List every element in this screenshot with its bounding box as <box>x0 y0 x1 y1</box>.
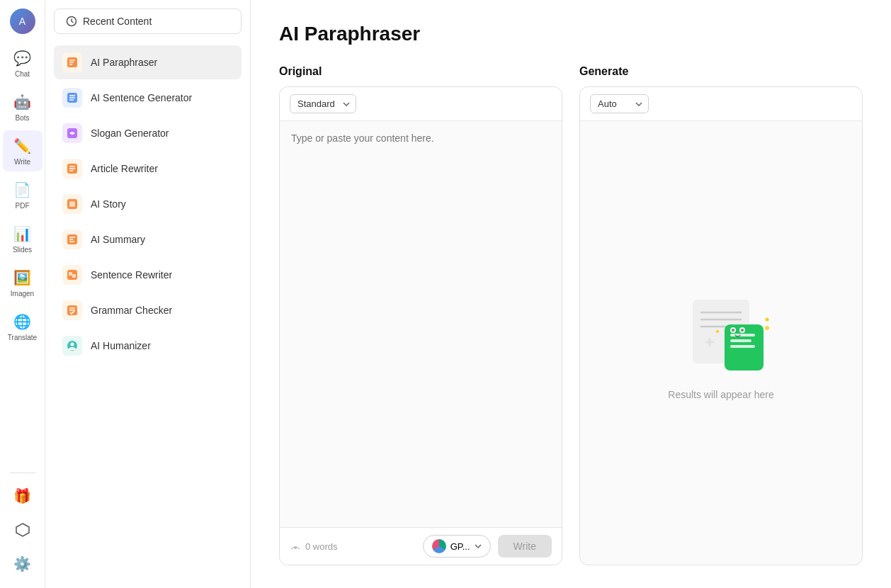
sidebar-item-grammar-checker[interactable]: Grammar Checker <box>54 293 242 327</box>
pdf-label: PDF <box>16 202 30 210</box>
sidebar: Recent Content AI Paraphraser <box>45 0 251 588</box>
ai-story-icon <box>62 194 82 214</box>
ai-paraphraser-label: AI Paraphraser <box>91 57 157 68</box>
content-area: Original Standard Fluency Formal Academi… <box>279 65 863 565</box>
ai-story-label: AI Story <box>91 198 126 210</box>
sidebar-item-translate[interactable]: 🌐 Translate <box>3 306 42 347</box>
svg-rect-25 <box>72 274 76 278</box>
gift-button[interactable]: 🎁 <box>3 480 42 511</box>
original-box: Standard Fluency Formal Academic Simple … <box>279 86 562 565</box>
sidebar-item-slogan-generator[interactable]: Slogan Generator <box>54 116 242 150</box>
style-select[interactable]: Standard Fluency Formal Academic Simple … <box>290 94 356 113</box>
clock-icon <box>66 16 77 27</box>
ai-summary-icon <box>62 230 82 249</box>
slogan-icon <box>62 123 82 143</box>
sidebar-item-ai-paraphraser[interactable]: AI Paraphraser <box>54 45 242 79</box>
icon-nav: A 💬 Chat 🤖 Bots ✏️ Write 📄 PDF 📊 Slides … <box>0 0 45 588</box>
svg-point-44 <box>716 330 719 333</box>
ai-sentence-icon <box>62 88 82 108</box>
svg-rect-37 <box>730 334 755 337</box>
write-icon: ✏️ <box>13 136 33 156</box>
chat-label: Chat <box>15 70 30 78</box>
svg-point-30 <box>71 343 74 346</box>
grammar-checker-icon <box>62 300 82 320</box>
results-illustration <box>657 285 785 378</box>
translate-label: Translate <box>8 334 37 341</box>
original-toolbar: Standard Fluency Formal Academic Simple … <box>280 87 562 121</box>
svg-rect-38 <box>730 339 751 342</box>
results-placeholder-text: Results will appear here <box>668 389 773 400</box>
sidebar-item-ai-humanizer[interactable]: AI Humanizer <box>54 329 242 363</box>
write-button[interactable]: Write <box>498 535 552 558</box>
bots-label: Bots <box>15 114 29 122</box>
sidebar-item-write[interactable]: ✏️ Write <box>3 130 42 171</box>
write-label: Write <box>14 158 30 166</box>
svg-point-31 <box>295 547 297 549</box>
box-icon <box>13 520 33 540</box>
slides-label: Slides <box>13 246 32 254</box>
slides-icon: 📊 <box>13 224 33 244</box>
recent-content-button[interactable]: Recent Content <box>54 9 242 34</box>
original-textarea[interactable] <box>280 121 562 527</box>
sentence-rewriter-icon <box>62 265 82 285</box>
sidebar-item-pdf[interactable]: 📄 PDF <box>3 174 42 215</box>
ai-humanizer-label: AI Humanizer <box>91 340 151 351</box>
word-count-value: 0 words <box>305 541 338 552</box>
bots-icon: 🤖 <box>13 92 33 112</box>
sidebar-item-ai-story[interactable]: AI Story <box>54 187 242 221</box>
main-content: AI Paraphraser Original Standard Fluency… <box>251 0 891 588</box>
article-rewriter-icon <box>62 159 82 179</box>
svg-rect-39 <box>730 345 755 348</box>
sidebar-item-sentence-rewriter[interactable]: Sentence Rewriter <box>54 258 242 292</box>
ai-humanizer-icon <box>62 336 82 356</box>
nav-divider <box>10 473 35 473</box>
sidebar-item-chat[interactable]: 💬 Chat <box>3 43 42 84</box>
grammar-checker-label: Grammar Checker <box>91 305 172 316</box>
original-panel-title: Original <box>279 65 562 78</box>
language-select[interactable]: Auto English Spanish French <box>590 94 649 113</box>
generate-box: Auto English Spanish French <box>579 86 863 565</box>
sidebar-item-imagen[interactable]: 🖼️ Imagen <box>3 262 42 303</box>
sidebar-item-slides[interactable]: 📊 Slides <box>3 218 42 259</box>
article-rewriter-label: Article Rewriter <box>91 163 158 174</box>
word-count: 0 words <box>290 541 338 552</box>
svg-point-46 <box>765 326 769 330</box>
slogan-label: Slogan Generator <box>91 128 169 139</box>
gift-icon: 🎁 <box>13 486 33 506</box>
ai-paraphraser-icon <box>62 52 82 72</box>
sentence-rewriter-label: Sentence Rewriter <box>91 269 172 281</box>
svg-point-42 <box>732 329 734 332</box>
sidebar-item-article-rewriter[interactable]: Article Rewriter <box>54 152 242 186</box>
sidebar-item-bots[interactable]: 🤖 Bots <box>3 86 42 128</box>
generate-panel-title: Generate <box>579 65 863 78</box>
sidebar-menu: AI Paraphraser AI Sentence Generator <box>54 45 242 579</box>
model-label: GP... <box>450 541 470 552</box>
imagen-label: Imagen <box>11 290 34 298</box>
model-chevron-icon <box>475 544 482 548</box>
settings-icon: ⚙️ <box>13 554 33 574</box>
original-panel: Original Standard Fluency Formal Academi… <box>279 65 562 565</box>
recent-content-label: Recent Content <box>83 16 152 27</box>
pdf-icon: 📄 <box>13 180 33 200</box>
svg-point-43 <box>741 329 744 332</box>
page-title: AI Paraphraser <box>279 23 863 45</box>
svg-rect-24 <box>69 272 72 276</box>
ai-summary-label: AI Summary <box>91 234 145 245</box>
box-button[interactable] <box>3 514 42 545</box>
model-selector[interactable]: GP... <box>423 535 491 558</box>
svg-rect-16 <box>69 201 75 207</box>
avatar[interactable]: A <box>10 9 35 34</box>
svg-marker-0 <box>16 524 29 536</box>
settings-button[interactable]: ⚙️ <box>3 548 42 579</box>
sidebar-item-ai-sentence-generator[interactable]: AI Sentence Generator <box>54 81 242 115</box>
generate-toolbar: Auto English Spanish French <box>580 87 862 121</box>
imagen-icon: 🖼️ <box>13 268 33 288</box>
generate-content: Results will appear here <box>580 121 862 565</box>
word-count-icon <box>290 541 301 552</box>
original-footer: 0 words GP... Write <box>280 527 562 565</box>
sidebar-item-ai-summary[interactable]: AI Summary <box>54 222 242 256</box>
ai-sentence-label: AI Sentence Generator <box>91 92 192 103</box>
generate-panel: Generate Auto English Spanish French <box>579 65 863 565</box>
translate-icon: 🌐 <box>13 312 33 332</box>
model-icon <box>432 539 446 553</box>
